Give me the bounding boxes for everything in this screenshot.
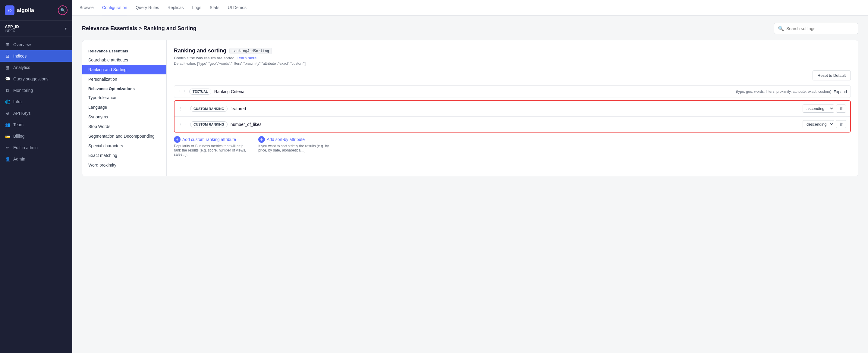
sidebar-item-query-suggestions[interactable]: 💬Query suggestions — [0, 73, 72, 85]
sidebar-item-monitoring[interactable]: 🖥Monitoring — [0, 85, 72, 96]
left-panel: Relevance EssentialsSearchable attribute… — [82, 40, 167, 176]
reset-to-default-button[interactable]: Reset to Default — [812, 70, 851, 81]
overview-icon: ⊞ — [5, 42, 10, 47]
monitoring-icon: 🖥 — [5, 88, 10, 93]
logo: ⊙ algolia — [5, 5, 34, 15]
left-nav-language[interactable]: Language — [82, 102, 166, 112]
left-nav-personalization[interactable]: Personalization — [82, 74, 166, 84]
two-column-layout: Relevance EssentialsSearchable attribute… — [82, 40, 858, 176]
add-desc-1: If you want to sort strictly the results… — [258, 144, 331, 152]
order-select-1[interactable]: ascending descending — [803, 120, 834, 128]
left-section-title: Relevance Optimizations — [82, 84, 166, 93]
add-button-0[interactable]: + Add custom ranking attribute — [174, 136, 246, 143]
sidebar-item-label: Infra — [13, 99, 22, 104]
search-icon: 🔍 — [778, 26, 784, 31]
custom-ranking-tag: CUSTOM RANKING — [190, 106, 227, 112]
section-description: Controls the way results are sorted. Lea… — [174, 56, 851, 60]
add-button-label: Add sort-by attribute — [267, 137, 305, 142]
left-nav-typo-tolerance[interactable]: Typo-tolerance — [82, 93, 166, 102]
main-area: BrowseConfigurationQuery RulesReplicasLo… — [72, 0, 868, 353]
page-header: Relevance Essentials > Ranking and Sorti… — [82, 23, 858, 34]
reset-btn-row: Reset to Default — [174, 70, 851, 81]
sidebar-item-analytics[interactable]: ▦Analytics — [0, 62, 72, 73]
textual-ranking-sub: (typo, geo, words, filters, proximity, a… — [736, 90, 831, 94]
left-nav-exact-matching[interactable]: Exact matching — [82, 151, 166, 160]
custom-ranking-tag: CUSTOM RANKING — [190, 121, 227, 127]
order-select-0[interactable]: ascending descending — [803, 104, 834, 113]
add-circle-icon: + — [258, 136, 265, 143]
custom-ranking-row: ⋮⋮ CUSTOM RANKING featured ascending des… — [175, 101, 850, 116]
query-suggestions-icon: 💬 — [5, 76, 10, 82]
api-keys-icon: ⚙ — [5, 110, 10, 116]
team-icon: 👥 — [5, 122, 10, 127]
delete-ranking-button[interactable]: 🗑 — [836, 120, 846, 128]
sidebar-item-label: API Keys — [13, 111, 31, 116]
infra-icon: 🌐 — [5, 99, 10, 104]
textual-ranking-row: ⋮⋮ TEXTUAL Ranking Criteria (typo, geo, … — [174, 85, 851, 98]
top-nav-query-rules[interactable]: Query Rules — [135, 0, 159, 15]
top-nav-stats[interactable]: Stats — [210, 0, 219, 15]
indices-icon: ⊡ — [5, 53, 10, 59]
top-nav: BrowseConfigurationQuery RulesReplicasLo… — [72, 0, 868, 15]
top-nav-replicas[interactable]: Replicas — [167, 0, 184, 15]
sidebar-item-team[interactable]: 👥Team — [0, 119, 72, 130]
drag-handle-icon[interactable]: ⋮⋮ — [178, 89, 186, 94]
sidebar: ⊙ algolia 🔍 APP_ID INDEX ▼ ⊞Overview⊡Ind… — [0, 0, 72, 353]
sidebar-item-admin[interactable]: 👤Admin — [0, 153, 72, 165]
top-nav-configuration[interactable]: Configuration — [102, 0, 127, 15]
left-nav-ranking-and-sorting[interactable]: Ranking and Sorting — [82, 65, 166, 74]
add-col-0: + Add custom ranking attribute Popularit… — [174, 136, 246, 157]
global-search-button[interactable]: 🔍 — [58, 5, 67, 15]
sidebar-item-indices[interactable]: ⊡Indices — [0, 50, 72, 62]
left-nav-special-characters[interactable]: Special characters — [82, 141, 166, 151]
search-settings-box[interactable]: 🔍 — [774, 23, 858, 34]
top-nav-ui-demos[interactable]: UI Demos — [228, 0, 247, 15]
left-nav-word-proximity[interactable]: Word proximity — [82, 160, 166, 170]
right-panel: Ranking and sorting rankingAndSorting Co… — [167, 40, 858, 176]
app-id-label: APP_ID — [5, 24, 19, 29]
left-nav-synonyms[interactable]: Synonyms — [82, 112, 166, 122]
sidebar-item-overview[interactable]: ⊞Overview — [0, 39, 72, 50]
left-nav-stop-words[interactable]: Stop Words — [82, 122, 166, 131]
sidebar-item-label: Edit in admin — [13, 145, 38, 150]
app-section: APP_ID INDEX ▼ — [0, 21, 72, 36]
code-badge: rankingAndSorting — [229, 48, 272, 54]
edit-in-admin-icon: ✏ — [5, 145, 10, 150]
add-desc-0: Popularity or Business metrics that will… — [174, 144, 246, 157]
sidebar-item-api-keys[interactable]: ⚙API Keys — [0, 107, 72, 119]
textual-tag: TEXTUAL — [189, 89, 211, 95]
sidebar-item-label: Admin — [13, 157, 25, 161]
delete-ranking-button[interactable]: 🗑 — [836, 104, 846, 113]
sidebar-header: ⊙ algolia 🔍 — [0, 0, 72, 21]
drag-handle-icon[interactable]: ⋮⋮ — [179, 106, 187, 111]
sidebar-item-label: Billing — [13, 134, 24, 138]
top-nav-logs[interactable]: Logs — [192, 0, 201, 15]
logo-icon: ⊙ — [5, 5, 14, 15]
left-nav-searchable-attributes[interactable]: Searchable attributes — [82, 55, 166, 65]
logo-text: algolia — [17, 7, 34, 13]
sidebar-item-billing[interactable]: 💳Billing — [0, 130, 72, 142]
add-buttons-row: + Add custom ranking attribute Popularit… — [174, 136, 851, 157]
drag-handle-icon[interactable]: ⋮⋮ — [179, 122, 187, 127]
add-col-1: + Add sort-by attribute If you want to s… — [258, 136, 331, 157]
learn-more-link[interactable]: Learn more — [237, 56, 256, 60]
default-value-text: Default value: ["typo","geo","words","fi… — [174, 61, 851, 66]
left-nav-segmentation[interactable]: Segmentation and Decompounding — [82, 131, 166, 141]
section-title: Ranking and sorting — [174, 47, 226, 54]
sidebar-item-edit-in-admin[interactable]: ✏Edit in admin — [0, 142, 72, 153]
app-dropdown[interactable]: APP_ID INDEX ▼ — [5, 24, 67, 33]
search-settings-input[interactable] — [786, 26, 855, 31]
add-circle-icon: + — [174, 136, 181, 143]
custom-ranking-label: featured — [230, 106, 803, 111]
top-nav-browse[interactable]: Browse — [80, 0, 94, 15]
sidebar-item-infra[interactable]: 🌐Infra — [0, 96, 72, 107]
billing-icon: 💳 — [5, 133, 10, 139]
textual-ranking-label: Ranking Criteria — [214, 89, 736, 94]
custom-ranking-row: ⋮⋮ CUSTOM RANKING number_of_likes ascend… — [175, 116, 850, 132]
sidebar-item-label: Indices — [13, 54, 27, 58]
sidebar-item-label: Query suggestions — [13, 76, 49, 81]
expand-button[interactable]: Expand — [834, 90, 847, 94]
analytics-icon: ▦ — [5, 65, 10, 70]
add-button-1[interactable]: + Add sort-by attribute — [258, 136, 331, 143]
chevron-down-icon: ▼ — [64, 27, 67, 31]
